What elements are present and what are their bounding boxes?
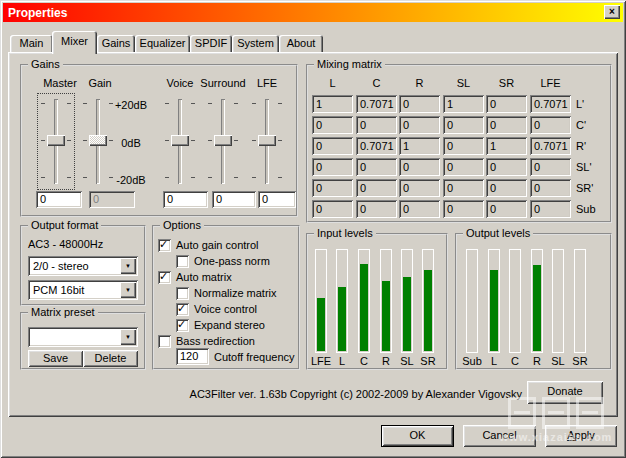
checkbox-box[interactable]: ✓ <box>158 271 171 284</box>
master-gain-slider[interactable] <box>38 94 74 189</box>
slider-thumb[interactable] <box>171 135 189 146</box>
voice-gain-slider[interactable] <box>162 94 198 189</box>
checkbox-label: Auto matrix <box>176 271 232 283</box>
checkbox-box[interactable]: ✓ <box>158 239 171 252</box>
tab-equalizer[interactable]: Equalizer <box>135 35 190 53</box>
matrix-cell[interactable]: 1 <box>443 95 484 113</box>
matrix-cell[interactable]: 0.7071 <box>530 95 571 113</box>
checkbox-auto-gain-control[interactable]: ✓ Auto gain control <box>158 238 259 252</box>
matrix-cell[interactable]: 0 <box>486 200 527 218</box>
checkbox-box[interactable]: ✓ <box>176 319 189 332</box>
slider-label-voice: Voice <box>160 77 200 89</box>
meter-input-sl <box>401 249 413 353</box>
checkbox-box[interactable]: ✓ <box>158 335 171 348</box>
matrix-cell[interactable]: 0 <box>530 158 571 176</box>
voice-gain-value[interactable]: 0 <box>163 191 208 208</box>
matrix-cell[interactable]: 0 <box>312 137 353 155</box>
matrix-cell[interactable]: 0 <box>399 116 440 134</box>
tab-spdif[interactable]: SPDIF <box>190 35 232 53</box>
tab-system[interactable]: System <box>232 35 279 53</box>
delete-button[interactable]: Delete <box>83 350 138 367</box>
tab-mixer[interactable]: Mixer <box>52 31 97 54</box>
meter-input-l <box>336 249 348 353</box>
matrix-cell[interactable]: 1 <box>312 95 353 113</box>
matrix-col-lfe: LFE <box>530 77 571 89</box>
save-button[interactable]: Save <box>28 350 83 367</box>
chevron-down-icon[interactable]: ▼ <box>120 258 136 274</box>
lfe-gain-value[interactable]: 0 <box>258 191 296 208</box>
checkbox-box[interactable]: ✓ <box>176 303 189 316</box>
matrix-cell[interactable]: 0.7071 <box>356 95 397 113</box>
matrix-cell[interactable]: 0 <box>443 158 484 176</box>
checkbox-auto-matrix[interactable]: ✓ Auto matrix <box>158 270 232 284</box>
matrix-cell[interactable]: 1 <box>486 137 527 155</box>
surround-gain-slider[interactable] <box>205 94 241 189</box>
matrix-cell[interactable]: 0 <box>312 179 353 197</box>
input-levels-group: Input levels LFE L C R SL SR <box>306 233 448 370</box>
cancel-button[interactable]: Cancel <box>463 425 536 447</box>
matrix-cell[interactable]: 1 <box>399 137 440 155</box>
matrix-cell[interactable]: 0 <box>443 179 484 197</box>
master-gain-value[interactable]: 0 <box>36 191 82 208</box>
matrix-cell[interactable]: 0 <box>399 200 440 218</box>
matrix-cell[interactable]: 0 <box>399 158 440 176</box>
checkbox-voice-control[interactable]: ✓ Voice control <box>176 302 257 316</box>
matrix-cell[interactable]: 0 <box>312 158 353 176</box>
matrix-cell[interactable]: 0 <box>356 200 397 218</box>
matrix-cell[interactable]: 0.7071 <box>356 137 397 155</box>
lfe-gain-slider[interactable] <box>249 94 285 189</box>
apply-accelerator: A <box>567 429 574 441</box>
title-bar[interactable]: Properties × <box>3 3 623 22</box>
sample-format-select[interactable]: PCM 16bit ▼ <box>28 280 138 300</box>
tab-gains[interactable]: Gains <box>97 35 135 53</box>
matrix-cell[interactable]: 0 <box>486 95 527 113</box>
close-icon[interactable]: × <box>604 5 620 19</box>
checkbox-label: Bass redirection <box>176 335 255 347</box>
mixer-tab-page: Gains Master Gain Voice Surround LFE +20… <box>8 52 618 417</box>
cutoff-frequency-input[interactable]: 120 <box>176 348 209 365</box>
matrix-cell[interactable]: 0 <box>356 158 397 176</box>
checkbox-normalize-matrix[interactable]: ✓ Normalize matrix <box>176 286 277 300</box>
matrix-cell[interactable]: 0 <box>312 200 353 218</box>
matrix-preset-select[interactable]: ▼ <box>28 327 138 347</box>
matrix-cell[interactable]: 0 <box>356 116 397 134</box>
matrix-cell[interactable]: 0 <box>399 179 440 197</box>
slider-label-gain: Gain <box>80 77 120 89</box>
donate-button[interactable]: Donate <box>527 381 603 404</box>
matrix-col-r: R <box>399 77 440 89</box>
input-levels-title: Input levels <box>314 227 376 239</box>
checkbox-box[interactable]: ✓ <box>176 287 189 300</box>
matrix-cell[interactable]: 0 <box>530 200 571 218</box>
matrix-cell[interactable]: 0 <box>486 158 527 176</box>
matrix-cell[interactable]: 0 <box>399 95 440 113</box>
meter-output-l <box>488 249 500 353</box>
matrix-col-sl: SL <box>443 77 484 89</box>
checkbox-box[interactable]: ✓ <box>176 255 189 268</box>
slider-thumb[interactable] <box>214 135 232 146</box>
checkbox-expand-stereo[interactable]: ✓ Expand stereo <box>176 318 265 332</box>
matrix-cell[interactable]: 0 <box>530 179 571 197</box>
checkbox-one-pass-norm[interactable]: ✓ One-pass norm <box>176 254 270 268</box>
matrix-cell[interactable]: 0 <box>443 137 484 155</box>
checkbox-bass-redirection[interactable]: ✓ Bass redirection <box>158 334 255 348</box>
meter-input-lfe <box>315 249 327 353</box>
surround-gain-value[interactable]: 0 <box>212 191 256 208</box>
slider-thumb[interactable] <box>47 135 65 146</box>
matrix-cell[interactable]: 0 <box>486 179 527 197</box>
slider-thumb[interactable] <box>258 135 276 146</box>
matrix-cell[interactable]: 0 <box>443 116 484 134</box>
matrix-cell[interactable]: 0 <box>486 116 527 134</box>
ok-button[interactable]: OK <box>381 425 454 447</box>
matrix-cell[interactable]: 0 <box>356 179 397 197</box>
chevron-down-icon[interactable]: ▼ <box>120 282 136 298</box>
apply-button[interactable]: Apply <box>545 425 617 447</box>
tab-about[interactable]: About <box>279 35 323 53</box>
chevron-down-icon[interactable]: ▼ <box>120 329 136 345</box>
matrix-cell[interactable]: 0 <box>443 200 484 218</box>
matrix-cell[interactable]: 0 <box>312 116 353 134</box>
tab-main[interactable]: Main <box>10 35 53 53</box>
matrix-cell[interactable]: 0.7071 <box>530 137 571 155</box>
matrix-cell[interactable]: 0 <box>530 116 571 134</box>
meter-input-c <box>358 249 370 353</box>
speaker-config-select[interactable]: 2/0 - stereo ▼ <box>28 256 138 276</box>
